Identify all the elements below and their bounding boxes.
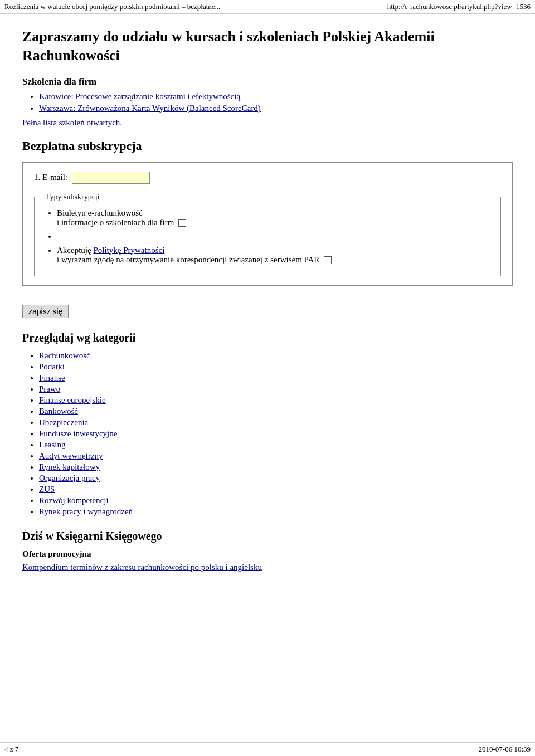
pelna-lista-link[interactable]: Pełna lista szkoleń otwartych. <box>22 118 122 127</box>
page-footer: 4 z 7 2010-07-06 10:39 <box>0 742 535 756</box>
polityka-link[interactable]: Politykę Prywatności <box>93 246 164 255</box>
list-item: Finanse <box>39 373 513 383</box>
email-input[interactable] <box>72 172 150 184</box>
list-item: Katowice: Procesowe zarządzanie kosztami… <box>39 92 513 101</box>
list-item: Podatki <box>39 362 513 372</box>
kategoria-finanse[interactable]: Finanse <box>39 373 65 382</box>
list-item: Ubezpieczenia <box>39 418 513 427</box>
list-item: Finanse europejskie <box>39 396 513 405</box>
list-item: Akceptuję Politykę Prywatności i wyrażam… <box>57 246 492 265</box>
book-link[interactable]: Kompendium terminów z zakresu rachunkowo… <box>22 563 262 572</box>
typy-item-1-main: Biuletyn e-rachunkowość <box>57 208 143 217</box>
kategoria-leasing[interactable]: Leasing <box>39 440 65 449</box>
list-item: Organizacja pracy <box>39 474 513 483</box>
footer-page-number: 4 z 7 <box>4 745 18 754</box>
typy-fieldset: Typy subskrypcji Biuletyn e-rachunkowość… <box>34 193 501 276</box>
list-item: ZUS <box>39 485 513 494</box>
szkolenia-list: Katowice: Procesowe zarządzanie kosztami… <box>39 92 513 113</box>
main-content: Zapraszamy do udziału w kursach i szkole… <box>0 14 535 606</box>
typy-item-3-sub: i wyrażam zgodę na otrzymywanie korespon… <box>57 255 319 264</box>
kategoria-prawo[interactable]: Prawo <box>39 384 60 393</box>
checkbox-1[interactable] <box>178 219 186 227</box>
list-item: Leasing <box>39 440 513 450</box>
szkolenia-section: Szkolenia dla firm Katowice: Procesowe z… <box>22 76 513 128</box>
oferta-label: Oferta promocyjna <box>22 549 513 559</box>
kategoria-rynek-kapitalowy[interactable]: Rynek kapitałowy <box>39 462 100 471</box>
email-label: 1. E-mail: <box>34 173 67 182</box>
kategoria-zus[interactable]: ZUS <box>39 485 55 494</box>
kategoria-rozwoj-kompetencji[interactable]: Rozwój kompetencji <box>39 496 109 505</box>
list-item: Bankowość <box>39 407 513 416</box>
list-item: Rynek kapitałowy <box>39 462 513 472</box>
szkolenia-item-1-link[interactable]: Katowice: Procesowe zarządzanie kosztami… <box>39 92 240 101</box>
typy-item-1-sub: i informacje o szkoleniach dla firm <box>57 218 174 227</box>
zapisz-button[interactable]: zapisz się <box>22 305 69 318</box>
szkolenia-item-2-link[interactable]: Warszawa: Zrównoważona Karta Wyników (Ba… <box>39 104 261 113</box>
kategoria-rachunkowosc[interactable]: Rachunkowość <box>39 351 90 360</box>
list-item: Warszawa: Zrównoważona Karta Wyników (Ba… <box>39 104 513 113</box>
kategoria-bankowosc[interactable]: Bankowość <box>39 407 78 416</box>
kategoria-finanse-europejskie[interactable]: Finanse europejskie <box>39 396 106 404</box>
list-item: Biuletyn e-rachunkowość i informacje o s… <box>57 208 492 227</box>
szkolenia-heading: Szkolenia dla firm <box>22 76 513 87</box>
kategoria-podatki[interactable]: Podatki <box>39 362 65 371</box>
footer-datetime: 2010-07-06 10:39 <box>478 745 531 754</box>
subscription-box: 1. E-mail: Typy subskrypcji Biuletyn e-r… <box>22 162 513 286</box>
list-item: Prawo <box>39 384 513 394</box>
list-item: Rozwój kompetencji <box>39 496 513 505</box>
kategoria-fundusze-inwestycyjne[interactable]: Fundusze inwestycyjne <box>39 429 117 438</box>
list-item: Rachunkowość <box>39 351 513 360</box>
header-right-url: http://e-rachunkowosc.pl/artykul.php?vie… <box>387 2 531 11</box>
page-title: Zapraszamy do udziału w kursach i szkole… <box>22 27 513 65</box>
email-row: 1. E-mail: <box>34 172 501 184</box>
akceptuje-prefix: Akceptuję <box>57 246 93 255</box>
page-header: Rozliczenia w walucie obcej pomiędzy pol… <box>0 0 535 14</box>
typy-list: Biuletyn e-rachunkowość i informacje o s… <box>57 208 492 265</box>
list-item: Fundusze inwestycyjne <box>39 429 513 438</box>
kategoria-rynek-pracy[interactable]: Rynek pracy i wynagrodzeń <box>39 507 133 516</box>
bookstore-section: Dziś w Księgarni Księgowego Oferta promo… <box>22 530 513 572</box>
bookstore-heading: Dziś w Księgarni Księgowego <box>22 530 513 543</box>
kategorie-list: Rachunkowość Podatki Finanse Prawo Finan… <box>39 351 513 516</box>
kategorie-heading: Przeglądaj wg kategorii <box>22 331 513 344</box>
subscription-heading: Bezpłatna subskrypcja <box>22 139 513 153</box>
checkbox-3[interactable] <box>324 256 332 264</box>
typy-legend: Typy subskrypcji <box>43 193 102 202</box>
list-item: Rynek pracy i wynagrodzeń <box>39 507 513 516</box>
list-item <box>57 232 492 241</box>
pelna-lista: Pełna lista szkoleń otwartych. <box>22 118 513 128</box>
kategoria-ubezpieczenia[interactable]: Ubezpieczenia <box>39 418 88 427</box>
list-item: Audyt wewnętrzny <box>39 451 513 461</box>
kategoria-organizacja-pracy[interactable]: Organizacja pracy <box>39 474 100 482</box>
kategoria-audyt-wewnetrzny[interactable]: Audyt wewnętrzny <box>39 451 103 460</box>
header-left-text: Rozliczenia w walucie obcej pomiędzy pol… <box>4 2 220 11</box>
